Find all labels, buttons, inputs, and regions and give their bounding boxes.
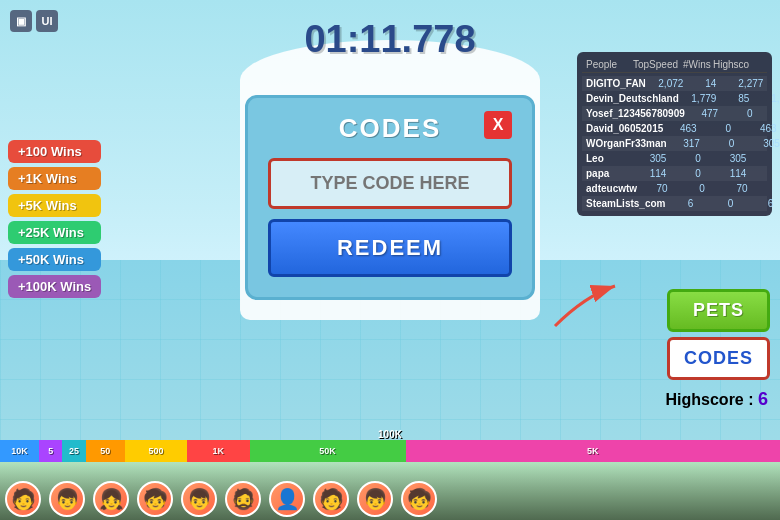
progress-segment: 5K <box>406 440 780 462</box>
leaderboard-row: Yosef_123456780909 477 0 477 <box>582 106 767 121</box>
avatar-item: 👦 <box>357 481 393 517</box>
lb-col-people: People <box>586 59 633 70</box>
lb-topspeed: 477 <box>685 108 735 119</box>
avatars-row: 🧑 👦 👧 🧒 👦 🧔 👤 🧑 👦 🧒 <box>0 462 780 520</box>
avatar: 👦 <box>49 481 85 517</box>
leaderboard-header: People TopSpeed #Wins Highsco <box>582 57 767 73</box>
highscore-label: Highscore : <box>666 391 754 408</box>
lb-col-highscore: Highsco <box>713 59 763 70</box>
progress-segment: 25 <box>62 440 85 462</box>
ui-toggle-icon[interactable]: UI <box>36 10 58 32</box>
lb-player-name: Leo <box>586 153 633 164</box>
progress-segment: 10K <box>0 440 39 462</box>
leaderboard-row: SteamLists_com 6 0 6 <box>582 196 767 211</box>
lb-player-name: SteamLists_com <box>586 198 665 209</box>
lb-player-name: adteucwtw <box>586 183 637 194</box>
lb-highscore: 114 <box>713 168 763 179</box>
lb-highscore: 477 <box>765 108 780 119</box>
lb-topspeed: 305 <box>633 153 683 164</box>
progress-top-label: 100K <box>378 429 402 440</box>
redeem-button[interactable]: REDEEM <box>268 219 512 277</box>
leaderboard-row: Devin_Deutschland 1,779 85 1,779 <box>582 91 767 106</box>
avatar-item: 👤 <box>269 481 305 517</box>
lb-highscore: 305 <box>747 138 780 149</box>
close-modal-button[interactable]: X <box>484 111 512 139</box>
lb-highscore: 463 <box>743 123 780 134</box>
progress-segment: 1K <box>187 440 249 462</box>
avatar-item: 🧒 <box>401 481 437 517</box>
codes-modal-title: CODES <box>339 113 441 144</box>
lb-player-name: papa <box>586 168 633 179</box>
lb-topspeed: 317 <box>667 138 717 149</box>
avatar: 👧 <box>93 481 129 517</box>
wins-badge-100k[interactable]: +100K Wins <box>8 275 101 298</box>
leaderboard-row: WOrganFr33man 317 0 305 <box>582 136 767 151</box>
leaderboard-rows: DIGITO_FAN 2,072 14 2,277 Devin_Deutschl… <box>582 76 767 211</box>
avatar-item: 👧 <box>93 481 129 517</box>
code-input-field[interactable] <box>268 158 512 209</box>
avatar-item: 🧒 <box>137 481 173 517</box>
lb-topspeed: 463 <box>663 123 713 134</box>
lb-highscore: 1,779 <box>759 93 780 104</box>
lb-player-name: DIGITO_FAN <box>586 78 646 89</box>
lb-wins: 0 <box>713 123 743 134</box>
progress-segment: 5 <box>39 440 62 462</box>
lb-topspeed: 1,779 <box>679 93 729 104</box>
avatar: 👤 <box>269 481 305 517</box>
lb-topspeed: 6 <box>665 198 715 209</box>
leaderboard-row: papa 114 0 114 <box>582 166 767 181</box>
leaderboard-row: Leo 305 0 305 <box>582 151 767 166</box>
lb-topspeed: 70 <box>637 183 687 194</box>
leaderboard-row: David_06052015 463 0 463 <box>582 121 767 136</box>
avatar: 👦 <box>357 481 393 517</box>
lb-col-wins: #Wins <box>683 59 713 70</box>
progress-segment: 50 <box>86 440 125 462</box>
lb-wins: 85 <box>729 93 759 104</box>
codes-sidebar-button[interactable]: CODES <box>667 337 770 380</box>
ui-icons-container: ▣ UI <box>10 10 58 32</box>
avatar-item: 👦 <box>181 481 217 517</box>
codes-modal-header: CODES X <box>268 113 512 144</box>
lb-wins: 14 <box>696 78 726 89</box>
lb-highscore: 305 <box>713 153 763 164</box>
avatar: 🧔 <box>225 481 261 517</box>
codes-modal: CODES X REDEEM <box>245 95 535 300</box>
lb-wins: 0 <box>683 153 713 164</box>
pets-button[interactable]: PETS <box>667 289 770 332</box>
wins-badge-25k[interactable]: +25K Wins <box>8 221 101 244</box>
screenshot-icon[interactable]: ▣ <box>10 10 32 32</box>
wins-badge-100[interactable]: +100 Wins <box>8 140 101 163</box>
lb-player-name: WOrganFr33man <box>586 138 667 149</box>
lb-col-topspeed: TopSpeed <box>633 59 683 70</box>
leaderboard-row: DIGITO_FAN 2,072 14 2,277 <box>582 76 767 91</box>
game-timer: 01:11.778 <box>304 18 475 61</box>
leaderboard-row: adteucwtw 70 0 70 <box>582 181 767 196</box>
arrow-indicator <box>545 276 625 340</box>
avatar-item: 🧔 <box>225 481 261 517</box>
progress-segment: 500 <box>125 440 187 462</box>
progress-bar: 10K525505001K50K5K <box>0 440 780 462</box>
lb-wins: 0 <box>715 198 745 209</box>
lb-topspeed: 114 <box>633 168 683 179</box>
lb-highscore: 70 <box>717 183 767 194</box>
lb-player-name: David_06052015 <box>586 123 663 134</box>
avatar-item: 🧑 <box>5 481 41 517</box>
highscore-display: Highscore : 6 <box>666 389 768 410</box>
lb-wins: 0 <box>735 108 765 119</box>
lb-wins: 0 <box>683 168 713 179</box>
avatar: 🧒 <box>137 481 173 517</box>
avatar: 🧒 <box>401 481 437 517</box>
wins-panel: +100 Wins +1K Wins +5K Wins +25K Wins +5… <box>8 140 101 298</box>
avatar-item: 👦 <box>49 481 85 517</box>
wins-badge-5k[interactable]: +5K Wins <box>8 194 101 217</box>
lb-topspeed: 2,072 <box>646 78 696 89</box>
wins-badge-1k[interactable]: +1K Wins <box>8 167 101 190</box>
avatar: 👦 <box>181 481 217 517</box>
avatar: 🧑 <box>313 481 349 517</box>
leaderboard-panel: People TopSpeed #Wins Highsco DIGITO_FAN… <box>577 52 772 216</box>
wins-badge-50k[interactable]: +50K Wins <box>8 248 101 271</box>
avatar: 🧑 <box>5 481 41 517</box>
lb-player-name: Devin_Deutschland <box>586 93 679 104</box>
avatar-item: 🧑 <box>313 481 349 517</box>
progress-segment: 50K <box>250 440 406 462</box>
